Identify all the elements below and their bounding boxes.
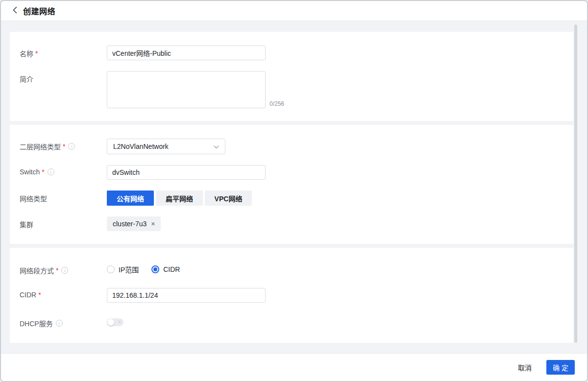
required-mark: * — [63, 143, 65, 150]
l2-type-row: 二层网络类型* i L2NoVlanNetwork — [20, 139, 564, 154]
basic-info-card: 名称* 简介 0/256 — [10, 32, 573, 121]
page-header: 创建网络 — [1, 1, 587, 21]
dhcp-row: DHCP服务 i × — [20, 315, 564, 328]
segment-mode-label: 网络段方式 — [20, 265, 54, 275]
segment-card: 网络段方式* i IP范围 CIDR CIDR* — [10, 248, 573, 343]
cancel-button[interactable]: 取消 — [518, 362, 532, 372]
dhcp-label-group: DHCP服务 i — [20, 315, 107, 328]
network-type-option-public[interactable]: 公有网络 — [107, 191, 154, 206]
cidr-row: CIDR* — [20, 288, 564, 303]
required-mark: * — [56, 266, 58, 274]
vertical-scrollbar-thumb[interactable] — [574, 24, 577, 343]
network-type-label-group: 网络类型 — [20, 191, 107, 203]
radio-cidr-label: CIDR — [163, 265, 180, 273]
cluster-label: 集群 — [20, 219, 33, 229]
cluster-tag: cluster-7u3 × — [107, 216, 161, 231]
dhcp-label: DHCP服务 — [20, 318, 53, 328]
cluster-label-group: 集群 — [20, 216, 107, 229]
name-input[interactable] — [107, 46, 266, 60]
l2-type-selected-value: L2NoVlanNetwork — [113, 143, 169, 150]
page-title: 创建网络 — [23, 5, 55, 17]
info-icon[interactable]: i — [61, 267, 68, 274]
radio-cidr[interactable]: CIDR — [151, 264, 180, 274]
name-label-group: 名称* — [20, 46, 107, 58]
dhcp-toggle[interactable]: × — [107, 318, 123, 326]
description-textarea[interactable] — [107, 71, 266, 108]
confirm-button[interactable]: 确定 — [546, 360, 575, 375]
radio-circle-icon — [107, 265, 115, 273]
toggle-off-icon: × — [118, 319, 121, 326]
info-icon[interactable]: i — [68, 143, 75, 150]
form-scroll-area: 名称* 简介 0/256 二层网络类型* i — [1, 21, 587, 343]
network-type-option-flat[interactable]: 扁平网络 — [156, 191, 203, 206]
segment-mode-row: 网络段方式* i IP范围 CIDR — [20, 263, 564, 275]
switch-row: Switch* i — [20, 165, 564, 180]
l2-type-label: 二层网络类型 — [20, 142, 61, 151]
name-row: 名称* — [20, 46, 564, 60]
switch-label-group: Switch* i — [20, 165, 107, 176]
radio-circle-icon — [151, 265, 159, 273]
cidr-label: CIDR — [20, 291, 36, 299]
description-label-group: 简介 — [20, 71, 107, 84]
chevron-left-icon — [13, 6, 17, 15]
tag-remove-icon[interactable]: × — [151, 220, 155, 227]
description-wrap: 0/256 — [107, 71, 284, 108]
back-button[interactable] — [13, 6, 17, 15]
network-type-label: 网络类型 — [20, 193, 47, 203]
l2-type-select[interactable]: L2NoVlanNetwork — [107, 139, 225, 154]
name-label: 名称 — [20, 48, 33, 58]
description-label: 简介 — [20, 74, 33, 84]
chevron-down-icon — [214, 143, 219, 150]
l2-network-card: 二层网络类型* i L2NoVlanNetwork Switch* i — [10, 125, 573, 244]
switch-input[interactable] — [107, 165, 266, 180]
char-counter: 0/256 — [270, 100, 284, 108]
cluster-row: 集群 cluster-7u3 × — [20, 216, 564, 231]
network-type-row: 网络类型 公有网络 扁平网络 VPC网络 — [20, 191, 564, 206]
segment-mode-radio-group: IP范围 CIDR — [107, 263, 180, 274]
radio-ip-range[interactable]: IP范围 — [107, 264, 139, 274]
footer-action-bar: 取消 确定 — [1, 353, 587, 381]
network-type-option-vpc[interactable]: VPC网络 — [205, 191, 252, 206]
info-icon[interactable]: i — [48, 168, 54, 175]
description-row: 简介 0/256 — [20, 71, 564, 108]
cluster-tag-text: cluster-7u3 — [113, 220, 147, 228]
segment-mode-label-group: 网络段方式* i — [20, 263, 107, 275]
required-mark: * — [42, 168, 44, 176]
network-type-button-group: 公有网络 扁平网络 VPC网络 — [107, 191, 252, 206]
cidr-label-group: CIDR* — [20, 288, 107, 299]
radio-ip-range-label: IP范围 — [119, 264, 139, 274]
cidr-input[interactable] — [107, 288, 266, 303]
required-mark: * — [35, 49, 38, 57]
l2-type-label-group: 二层网络类型* i — [20, 139, 107, 151]
switch-label: Switch — [20, 168, 40, 176]
required-mark: * — [38, 291, 41, 299]
info-icon[interactable]: i — [56, 320, 63, 327]
create-network-page: 创建网络 名称* 简介 0/256 — [0, 0, 588, 382]
